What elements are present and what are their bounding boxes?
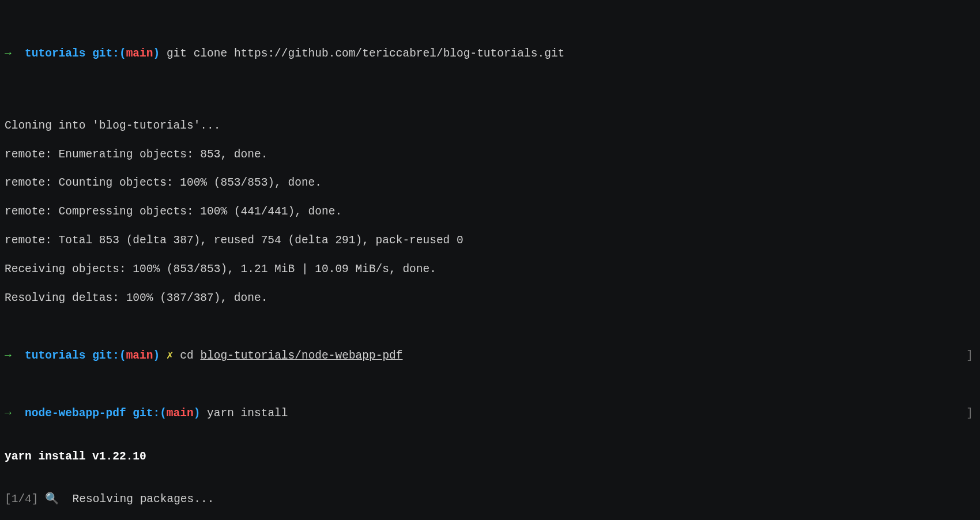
magnifier-icon: 🔍 (45, 493, 59, 506)
prompt-arrow: → (5, 47, 25, 60)
git-close: ) (153, 47, 160, 60)
prompt-dir: tutorials (25, 349, 85, 362)
dirty-mark: ✗ (160, 349, 180, 362)
cmd-text: yarn install (200, 407, 288, 420)
output-line: remote: Counting objects: 100% (853/853)… (5, 176, 975, 190)
prompt-line: → tutorials git:(main) ✗ cd blog-tutoria… (5, 349, 975, 363)
output-line: Receiving objects: 100% (853/853), 1.21 … (5, 262, 975, 277)
prompt-line: → node-webapp-pdf git:(main) yarn instal… (5, 406, 975, 421)
yarn-header: yarn install v1.22.10 (5, 450, 975, 464)
output-line: remote: Enumerating objects: 853, done. (5, 148, 975, 162)
output-line: remote: Compressing objects: 100% (441/4… (5, 205, 975, 219)
right-mark: ] (966, 349, 975, 363)
prompt-dir: tutorials (25, 47, 85, 60)
output-line: Resolving deltas: 100% (387/387), done. (5, 291, 975, 306)
right-mark: ] (966, 406, 975, 421)
git-open: git:( (85, 47, 126, 60)
cmd-text: git clone https://github.com/tericcabrel… (167, 47, 564, 60)
yarn-step: [1/4] 🔍 Resolving packages... (5, 492, 975, 507)
prompt-arrow: → (5, 349, 25, 362)
output-line: remote: Total 853 (delta 387), reused 75… (5, 233, 975, 248)
prompt-line: → tutorials git:(main) git clone https:/… (5, 47, 975, 61)
git-branch: main (126, 47, 153, 60)
terminal-output[interactable]: → tutorials git:(main) git clone https:/… (0, 0, 980, 520)
cd-path: blog-tutorials/node-webapp-pdf (200, 349, 402, 362)
output-line: Cloning into 'blog-tutorials'... (5, 119, 975, 133)
